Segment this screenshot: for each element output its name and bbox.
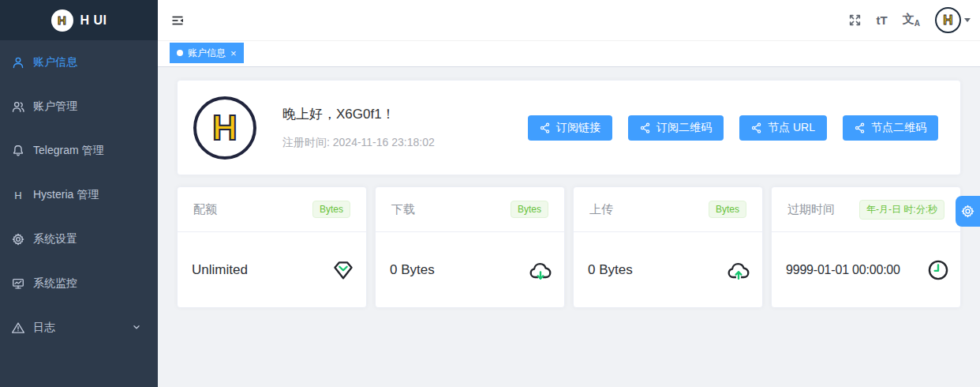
topbar-actions: tT 文A H <box>848 7 971 33</box>
welcome-text: 晚上好，X6G0f1！ 注册时间: 2024-11-16 23:18:02 <box>282 105 435 150</box>
avatar-letter: H <box>212 108 238 148</box>
monitor-icon <box>10 276 26 291</box>
stat-label: 配额 <box>193 202 217 217</box>
sidebar-item-system-monitor[interactable]: 系统监控 <box>0 261 158 306</box>
stat-body: 0 Bytes <box>376 232 564 307</box>
shield-check-icon <box>331 258 355 282</box>
gear-icon <box>10 231 26 247</box>
stat-body: 9999-01-01 00:00:00 <box>772 232 960 307</box>
sidebar-item-account-info[interactable]: 账户信息 <box>0 40 158 85</box>
app-root: H H UI 账户信息 账户管理 Telegram 管理 <box>0 0 980 387</box>
tab-active-dot-icon <box>177 50 183 56</box>
stat-card-quota: 配额 Bytes Unlimited <box>177 186 367 308</box>
stats-row: 配额 Bytes Unlimited 下载 Bytes <box>177 186 961 308</box>
share-icon <box>751 122 762 133</box>
button-label: 订阅二维码 <box>656 121 712 135</box>
language-icon-sub: A <box>915 19 920 28</box>
stat-header: 上传 Bytes <box>574 187 762 232</box>
avatar: H <box>935 7 961 33</box>
caret-down-icon <box>964 18 971 22</box>
stat-label: 上传 <box>589 202 613 217</box>
warning-icon <box>10 320 26 336</box>
tab-bar: 账户信息 × <box>158 41 980 67</box>
font-size-icon[interactable]: tT <box>877 14 888 26</box>
sidebar-item-label: 系统设置 <box>33 232 77 246</box>
tab-close-icon[interactable]: × <box>230 47 237 59</box>
user-avatar-large: H <box>193 96 256 160</box>
stat-card-upload: 上传 Bytes 0 Bytes <box>573 186 763 308</box>
welcome-card: H 晚上好，X6G0f1！ 注册时间: 2024-11-16 23:18:02 … <box>177 80 961 175</box>
unit-badge: Bytes <box>709 201 746 218</box>
cloud-download-icon <box>528 258 553 282</box>
sidebar-item-label: 日志 <box>33 321 55 335</box>
user-icon <box>10 54 26 70</box>
stat-label: 过期时间 <box>787 202 835 217</box>
main-area: tT 文A H 账户信息 × H <box>158 0 980 387</box>
button-label: 节点二维码 <box>871 121 926 135</box>
tab-account-info[interactable]: 账户信息 × <box>170 43 244 63</box>
stat-value: 9999-01-01 00:00:00 <box>786 263 900 277</box>
register-time-text: 注册时间: 2024-11-16 23:18:02 <box>282 136 435 150</box>
language-icon-main: 文 <box>903 12 915 25</box>
sidebar-item-label: Hysteria 管理 <box>33 188 99 202</box>
app-title: H UI <box>80 13 107 28</box>
share-icon <box>855 122 866 133</box>
stat-header: 过期时间 年-月-日 时:分:秒 <box>772 187 960 232</box>
topbar: tT 文A H <box>158 0 980 41</box>
node-qrcode-button[interactable]: 节点二维码 <box>843 115 938 141</box>
node-url-button[interactable]: 节点 URL <box>739 115 827 141</box>
sidebar-item-label: 账户管理 <box>33 100 77 114</box>
button-label: 订阅链接 <box>556 121 600 135</box>
unit-badge: Bytes <box>511 201 548 218</box>
button-label: 节点 URL <box>768 121 815 135</box>
page-content: H 晚上好，X6G0f1！ 注册时间: 2024-11-16 23:18:02 … <box>158 67 980 387</box>
greeting-text: 晚上好，X6G0f1！ <box>282 105 435 123</box>
stat-label: 下载 <box>391 202 415 217</box>
chevron-down-icon <box>131 321 142 335</box>
sidebar-item-hysteria-manage[interactable]: H Hysteria 管理 <box>0 173 158 217</box>
logo-letter: H <box>58 13 66 27</box>
stat-card-download: 下载 Bytes 0 Bytes <box>375 186 565 308</box>
sidebar-item-label: Telegram 管理 <box>33 144 103 158</box>
stat-value: 0 Bytes <box>390 262 435 278</box>
stat-body: 0 Bytes <box>574 232 762 307</box>
sidebar-item-label: 系统监控 <box>33 276 77 291</box>
sidebar-item-account-manage[interactable]: 账户管理 <box>0 85 158 129</box>
gear-icon <box>960 204 975 219</box>
sidebar-item-telegram-manage[interactable]: Telegram 管理 <box>0 129 158 173</box>
stat-header: 下载 Bytes <box>376 187 564 232</box>
stat-value: Unlimited <box>192 262 248 278</box>
fullscreen-icon[interactable] <box>848 13 862 27</box>
bell-icon <box>10 143 26 159</box>
stat-body: Unlimited <box>178 232 366 307</box>
user-avatar-menu[interactable]: H <box>935 7 971 33</box>
sidebar-menu: 账户信息 账户管理 Telegram 管理 H Hysteria 管理 <box>0 40 158 350</box>
subscribe-link-button[interactable]: 订阅链接 <box>528 115 612 141</box>
sidebar-item-logs[interactable]: 日志 <box>0 306 158 350</box>
sidebar-item-label: 账户信息 <box>33 55 77 70</box>
avatar-letter: H <box>943 13 952 28</box>
subscribe-qrcode-button[interactable]: 订阅二维码 <box>628 115 724 141</box>
settings-fab-button[interactable] <box>956 196 980 227</box>
app-logo-icon: H <box>51 9 73 32</box>
menu-fold-icon[interactable] <box>170 13 185 28</box>
stat-value: 0 Bytes <box>588 262 633 278</box>
sidebar: H H UI 账户信息 账户管理 Telegram 管理 <box>0 0 158 387</box>
share-icon <box>640 122 651 133</box>
share-icon <box>540 122 551 133</box>
letter-h-icon: H <box>10 187 26 203</box>
welcome-buttons: 订阅链接 订阅二维码 节点 URL 节点二维码 <box>528 115 938 141</box>
sidebar-item-system-settings[interactable]: 系统设置 <box>0 217 158 261</box>
cloud-upload-icon <box>726 258 751 282</box>
sidebar-logo: H H UI <box>0 0 158 40</box>
clock-icon <box>927 259 949 281</box>
stat-header: 配额 Bytes <box>178 187 366 232</box>
unit-badge: Bytes <box>312 201 350 218</box>
format-badge: 年-月-日 时:分:秒 <box>859 200 944 220</box>
tab-label: 账户信息 <box>188 47 226 60</box>
language-icon[interactable]: 文A <box>903 13 920 28</box>
stat-card-expire-time: 过期时间 年-月-日 时:分:秒 9999-01-01 00:00:00 <box>771 186 961 308</box>
users-icon <box>10 99 26 115</box>
